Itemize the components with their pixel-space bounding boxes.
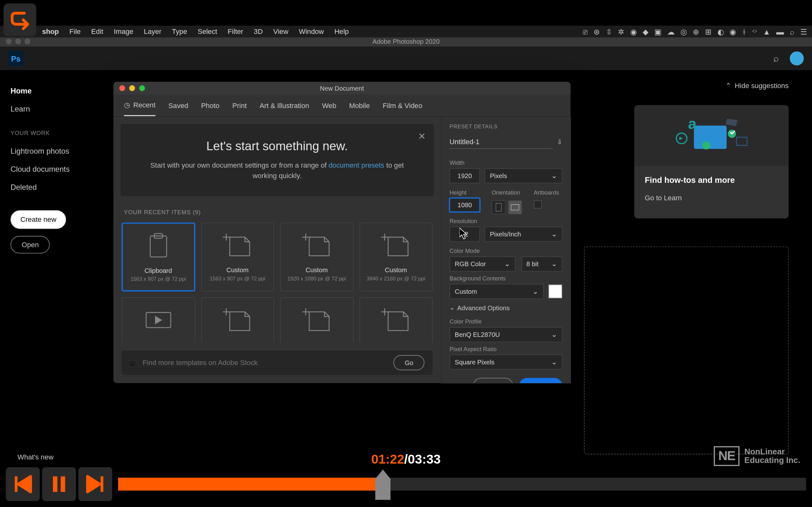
status-menu-icon[interactable]: ☰ xyxy=(800,27,807,36)
preset-icon xyxy=(126,231,190,261)
status-icon[interactable]: ◆ xyxy=(643,27,648,36)
status-volume-icon[interactable]: ▲ xyxy=(763,27,770,36)
sidebar-lightroom[interactable]: Lightroom photos xyxy=(10,142,95,160)
menu-layer[interactable]: Layer xyxy=(144,27,161,36)
save-preset-icon[interactable]: ⇩ xyxy=(557,138,562,146)
nonlinear-logo: NE NonLinearEducating Inc. xyxy=(714,446,800,466)
learn-card-link[interactable]: Go to Learn xyxy=(635,189,789,207)
resolution-input[interactable] xyxy=(450,227,480,242)
tab-web[interactable]: Web xyxy=(322,95,336,115)
tab-art[interactable]: Art & Illustration xyxy=(259,95,309,115)
open-button[interactable]: Open xyxy=(10,236,50,253)
dialog-zoom-icon[interactable] xyxy=(139,85,145,91)
advanced-options-toggle[interactable]: ⌄Advanced Options xyxy=(450,303,562,311)
pause-button[interactable] xyxy=(42,467,76,501)
menu-select[interactable]: Select xyxy=(198,27,217,36)
landscape-button[interactable] xyxy=(508,200,522,214)
preset-item[interactable]: Custom1920 x 1080 px @ 72 ppi xyxy=(280,222,353,291)
hide-suggestions[interactable]: ⌃ Hide suggestions xyxy=(725,82,789,90)
progress-thumb[interactable] xyxy=(374,468,392,501)
preset-icon xyxy=(284,305,349,335)
pixel-aspect-dropdown[interactable]: Square Pixels xyxy=(450,354,562,370)
previous-button[interactable] xyxy=(6,467,40,501)
status-icon[interactable]: ◉ xyxy=(630,27,637,36)
menu-file[interactable]: File xyxy=(69,27,81,36)
bit-depth-dropdown[interactable]: 8 bit xyxy=(521,257,562,272)
color-mode-dropdown[interactable]: RGB Color xyxy=(450,257,515,272)
close-button[interactable]: Close xyxy=(473,378,513,383)
portrait-button[interactable] xyxy=(492,200,506,214)
dialog-minimize-icon[interactable] xyxy=(129,85,135,91)
create-button[interactable]: Create xyxy=(519,378,562,383)
sidebar-deleted[interactable]: Deleted xyxy=(10,178,95,196)
menu-type[interactable]: Type xyxy=(172,27,187,36)
tab-recent[interactable]: ◷Recent xyxy=(124,95,156,116)
status-icon[interactable]: ⊞ xyxy=(705,27,711,36)
stock-search-input[interactable] xyxy=(143,359,387,367)
status-icon[interactable]: ⊕ xyxy=(693,27,699,36)
svg-point-4 xyxy=(702,141,710,150)
status-search-icon[interactable]: ⌕ xyxy=(790,27,795,36)
status-icon[interactable]: ◎ xyxy=(680,27,687,36)
dialog-close-icon[interactable] xyxy=(119,85,125,91)
go-button[interactable]: Go xyxy=(394,355,424,371)
user-avatar[interactable] xyxy=(790,51,804,65)
status-screen-icon[interactable]: ⎚ xyxy=(583,27,588,36)
menu-edit[interactable]: Edit xyxy=(91,27,103,36)
sidebar-cloud[interactable]: Cloud documents xyxy=(10,160,95,178)
status-cloud-icon[interactable]: ☁ xyxy=(667,27,675,36)
tab-print[interactable]: Print xyxy=(232,95,247,115)
preset-item[interactable]: Custom960 x 728 px @ 72 ppi xyxy=(359,297,433,342)
whats-new-link[interactable]: What's new xyxy=(17,453,54,461)
tab-saved[interactable]: Saved xyxy=(168,95,189,115)
app-toolbar: Ps ⌕ xyxy=(0,47,812,70)
height-input[interactable] xyxy=(450,198,480,212)
progress-bar[interactable] xyxy=(118,478,806,491)
next-button[interactable] xyxy=(78,467,112,501)
preset-item[interactable]: Custom1920 x 1080 px @ 72 ppi xyxy=(201,297,274,342)
status-icon[interactable]: ⊛ xyxy=(594,27,600,36)
preset-item[interactable]: Custom3840 x 2160 px @ 72 ppi xyxy=(359,222,433,291)
close-icon[interactable]: ✕ xyxy=(418,131,426,142)
preset-item[interactable]: Clipboard1563 x 907 px @ 72 ppi xyxy=(121,222,195,291)
status-battery-icon[interactable]: ▬ xyxy=(776,27,784,36)
tab-film[interactable]: Film & Video xyxy=(383,95,422,115)
status-icon[interactable]: ✲ xyxy=(618,27,624,36)
status-icon[interactable]: ◐ xyxy=(717,27,724,36)
preset-item[interactable]: Custom1563 x 907 px @ 72 ppi xyxy=(201,222,274,291)
preset-icon xyxy=(363,230,428,261)
sidebar-home[interactable]: Home xyxy=(10,82,95,100)
menu-image[interactable]: Image xyxy=(114,27,133,36)
status-wifi-icon[interactable]: ⌔ xyxy=(752,27,757,36)
sidebar-heading: YOUR WORK xyxy=(10,130,95,136)
status-dropbox-icon[interactable]: ⇳ xyxy=(606,27,612,36)
search-icon[interactable]: ⌕ xyxy=(773,53,779,64)
menu-window[interactable]: Window xyxy=(299,27,324,36)
status-bluetooth-icon[interactable]: ᚼ xyxy=(742,27,747,36)
menu-filter[interactable]: Filter xyxy=(228,27,243,36)
create-new-button[interactable]: Create new xyxy=(10,210,66,229)
menu-3d[interactable]: 3D xyxy=(254,27,263,36)
menu-app[interactable]: shop xyxy=(42,27,59,36)
bg-color-swatch[interactable] xyxy=(548,285,562,298)
preset-item[interactable]: Custom1460 x 204 px @ 72 ppi xyxy=(280,297,353,342)
preset-item[interactable]: HDTV 1080p1920 x 1080 px @ 72 ppi xyxy=(121,297,195,342)
resolution-unit-dropdown[interactable]: Pixels/Inch xyxy=(485,227,562,242)
sidebar-learn[interactable]: Learn xyxy=(10,100,95,118)
tab-photo[interactable]: Photo xyxy=(201,95,219,115)
width-unit-dropdown[interactable]: Pixels xyxy=(485,168,562,183)
status-icon[interactable]: ▣ xyxy=(654,27,661,36)
menu-view[interactable]: View xyxy=(273,27,289,36)
document-presets-link[interactable]: document presets xyxy=(328,161,385,170)
width-input[interactable] xyxy=(450,168,480,183)
artboards-checkbox[interactable] xyxy=(534,200,542,209)
back-button[interactable] xyxy=(3,3,36,36)
drop-zone[interactable] xyxy=(584,246,789,454)
bg-contents-dropdown[interactable]: Custom xyxy=(450,284,544,299)
tab-mobile[interactable]: Mobile xyxy=(349,95,370,115)
status-chrome-icon[interactable]: ◉ xyxy=(729,27,736,36)
color-profile-dropdown[interactable]: BenQ EL2870U xyxy=(450,327,562,342)
menu-help[interactable]: Help xyxy=(334,27,349,36)
preset-dims: 1563 x 907 px @ 72 ppi xyxy=(126,276,190,282)
preset-name-input[interactable] xyxy=(450,135,552,149)
